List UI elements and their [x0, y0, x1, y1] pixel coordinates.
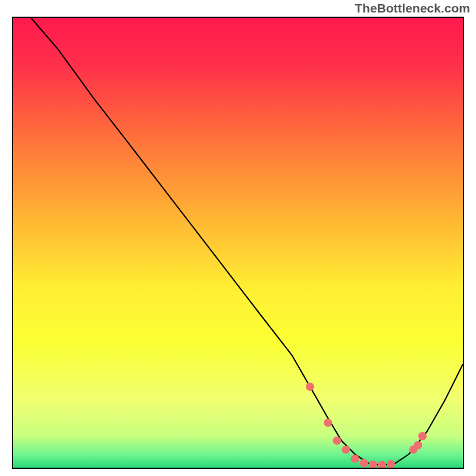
marker-dot — [414, 441, 422, 449]
watermark-text: TheBottleneck.com — [355, 1, 470, 15]
marker-dot — [342, 446, 350, 454]
marker-dot — [418, 432, 427, 440]
plot-area — [12, 17, 464, 469]
marker-dot — [333, 437, 341, 445]
marker-dot — [306, 383, 314, 391]
marker-dot — [360, 459, 368, 467]
marker-dot — [351, 455, 359, 463]
marker-dot — [324, 418, 332, 427]
chart-svg — [13, 18, 463, 468]
gradient-background — [13, 18, 463, 468]
chart-container: TheBottleneck.com — [0, 0, 476, 476]
